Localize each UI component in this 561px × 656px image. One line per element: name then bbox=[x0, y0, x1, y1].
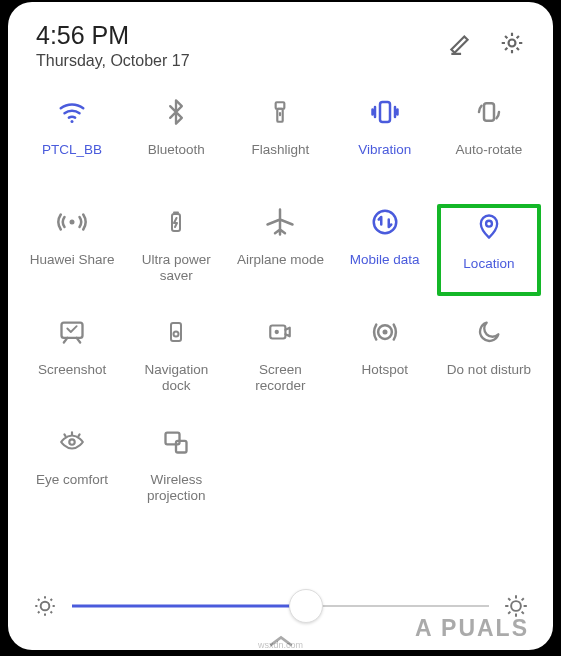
tile-label: Wireless projection bbox=[145, 472, 208, 504]
airplane-icon bbox=[264, 206, 296, 238]
svg-point-17 bbox=[382, 329, 387, 334]
svg-rect-5 bbox=[380, 102, 390, 122]
svg-point-0 bbox=[509, 40, 516, 47]
svg-rect-6 bbox=[484, 103, 494, 121]
tile-hotspot[interactable]: Hotspot bbox=[333, 314, 437, 406]
settings-icon[interactable] bbox=[499, 30, 525, 56]
tile-label: Navigation dock bbox=[142, 362, 210, 394]
tile-wireless[interactable]: Wireless projection bbox=[124, 424, 228, 516]
tile-location[interactable]: Location bbox=[437, 204, 541, 296]
tile-label: Do not disturb bbox=[445, 362, 533, 378]
time-text: 4:56 PM bbox=[36, 22, 447, 50]
svg-point-7 bbox=[70, 219, 75, 224]
tile-navdock[interactable]: Navigation dock bbox=[124, 314, 228, 406]
svg-rect-21 bbox=[176, 440, 187, 452]
edit-icon[interactable] bbox=[447, 30, 473, 56]
svg-point-19 bbox=[69, 439, 74, 444]
svg-rect-20 bbox=[166, 432, 180, 444]
header: 4:56 PM Thursday, October 17 bbox=[8, 22, 553, 86]
clock-block[interactable]: 4:56 PM Thursday, October 17 bbox=[36, 22, 447, 70]
tile-label: Ultra power saver bbox=[140, 252, 213, 284]
projection-icon bbox=[160, 426, 192, 458]
tile-label: Huawei Share bbox=[28, 252, 117, 268]
wifi-icon bbox=[56, 96, 88, 128]
svg-point-11 bbox=[486, 220, 492, 226]
tile-label: PTCL_BB bbox=[40, 142, 104, 158]
tile-vibration[interactable]: Vibration bbox=[333, 94, 437, 186]
moon-icon bbox=[473, 316, 505, 348]
source-text: wsxdn.com bbox=[8, 640, 553, 650]
quick-settings-panel: 4:56 PM Thursday, October 17 PTCL_BBBlue… bbox=[8, 2, 553, 650]
mobiledata-icon bbox=[369, 206, 401, 238]
tile-wifi[interactable]: PTCL_BB bbox=[20, 94, 124, 186]
tiles-grid: PTCL_BBBluetoothFlashlightVibrationAuto-… bbox=[8, 86, 553, 516]
vibration-icon bbox=[369, 96, 401, 128]
watermark-text: A PUALS bbox=[415, 615, 529, 642]
tile-label: Vibration bbox=[356, 142, 413, 158]
tile-label: Mobile data bbox=[348, 252, 422, 268]
tile-screenrec[interactable]: Screen recorder bbox=[228, 314, 332, 406]
tile-label: Airplane mode bbox=[235, 252, 326, 268]
svg-point-10 bbox=[373, 210, 396, 233]
svg-point-16 bbox=[275, 329, 279, 333]
brightness-low-icon bbox=[32, 593, 58, 619]
tile-airplane[interactable]: Airplane mode bbox=[228, 204, 332, 296]
date-text: Thursday, October 17 bbox=[36, 52, 447, 70]
huaweishare-icon bbox=[56, 206, 88, 238]
tile-bluetooth[interactable]: Bluetooth bbox=[124, 94, 228, 186]
svg-point-14 bbox=[174, 331, 179, 336]
tile-dnd[interactable]: Do not disturb bbox=[437, 314, 541, 406]
tile-label: Flashlight bbox=[250, 142, 312, 158]
navdock-icon bbox=[160, 316, 192, 348]
location-icon bbox=[473, 210, 505, 242]
svg-point-1 bbox=[71, 119, 74, 122]
tile-label: Eye comfort bbox=[34, 472, 110, 488]
autorotate-icon bbox=[473, 96, 505, 128]
tile-label: Auto-rotate bbox=[453, 142, 524, 158]
slider-thumb[interactable] bbox=[289, 589, 323, 623]
flashlight-icon bbox=[264, 96, 296, 128]
tile-mobiledata[interactable]: Mobile data bbox=[333, 204, 437, 296]
header-actions bbox=[447, 22, 525, 56]
slider-fill bbox=[72, 605, 306, 608]
tile-label: Bluetooth bbox=[146, 142, 207, 158]
battery-icon bbox=[160, 206, 192, 238]
tile-ultrapower[interactable]: Ultra power saver bbox=[124, 204, 228, 296]
tile-huaweishare[interactable]: Huawei Share bbox=[20, 204, 124, 296]
tile-label: Hotspot bbox=[359, 362, 410, 378]
tile-flashlight[interactable]: Flashlight bbox=[228, 94, 332, 186]
tile-label: Screenshot bbox=[36, 362, 108, 378]
tile-label: Location bbox=[461, 256, 516, 272]
svg-point-22 bbox=[41, 602, 50, 611]
svg-point-23 bbox=[511, 601, 521, 611]
screenshot-icon bbox=[56, 316, 88, 348]
tile-screenshot[interactable]: Screenshot bbox=[20, 314, 124, 406]
screenrec-icon bbox=[264, 316, 296, 348]
tile-autorotate[interactable]: Auto-rotate bbox=[437, 94, 541, 186]
eye-icon bbox=[56, 426, 88, 458]
tile-eyecomfort[interactable]: Eye comfort bbox=[20, 424, 124, 516]
tile-label: Screen recorder bbox=[253, 362, 307, 394]
hotspot-icon bbox=[369, 316, 401, 348]
bluetooth-icon bbox=[160, 96, 192, 128]
